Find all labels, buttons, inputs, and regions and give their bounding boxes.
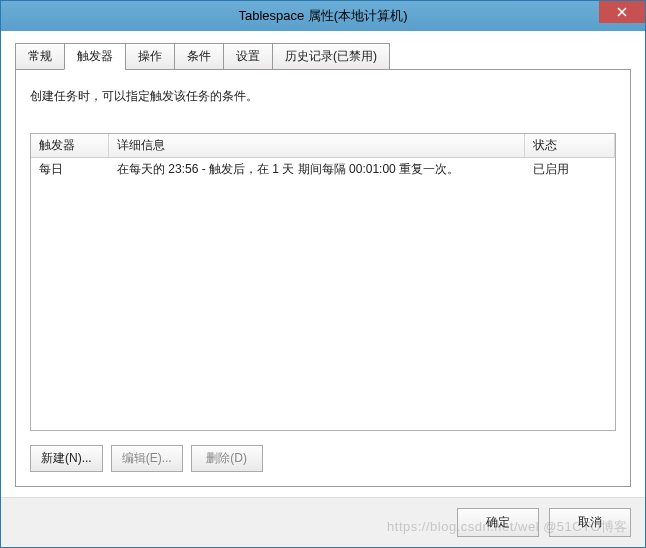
tab-page: 创建任务时，可以指定触发该任务的条件。 触发器 详细信息 状态 每日 在每天的 … (15, 69, 631, 487)
tabs: 常规 触发器 操作 条件 设置 历史记录(已禁用) (15, 43, 631, 70)
cell-status: 已启用 (525, 158, 615, 181)
cell-detail: 在每天的 23:56 - 触发后，在 1 天 期间每隔 00:01:00 重复一… (109, 158, 525, 181)
window-close-button[interactable] (599, 1, 645, 23)
trigger-list[interactable]: 触发器 详细信息 状态 每日 在每天的 23:56 - 触发后，在 1 天 期间… (30, 133, 616, 431)
page-description: 创建任务时，可以指定触发该任务的条件。 (30, 88, 616, 105)
action-row: 新建(N)... 编辑(E)... 删除(D) (30, 445, 616, 472)
col-header-trigger[interactable]: 触发器 (31, 134, 109, 157)
tab-history[interactable]: 历史记录(已禁用) (272, 43, 390, 70)
properties-window: Tablespace 属性(本地计算机) 常规 触发器 操作 条件 设置 历史记… (0, 0, 646, 548)
cell-trigger: 每日 (31, 158, 109, 181)
close-icon (617, 5, 627, 20)
ok-button[interactable]: 确定 (457, 508, 539, 537)
list-body: 每日 在每天的 23:56 - 触发后，在 1 天 期间每隔 00:01:00 … (31, 158, 615, 430)
tab-conditions[interactable]: 条件 (174, 43, 224, 70)
delete-button[interactable]: 删除(D) (191, 445, 263, 472)
list-row[interactable]: 每日 在每天的 23:56 - 触发后，在 1 天 期间每隔 00:01:00 … (31, 158, 615, 181)
tab-general[interactable]: 常规 (15, 43, 65, 70)
list-header: 触发器 详细信息 状态 (31, 134, 615, 158)
titlebar: Tablespace 属性(本地计算机) (1, 1, 645, 31)
new-button[interactable]: 新建(N)... (30, 445, 103, 472)
window-title: Tablespace 属性(本地计算机) (238, 7, 407, 25)
edit-button[interactable]: 编辑(E)... (111, 445, 183, 472)
tab-settings[interactable]: 设置 (223, 43, 273, 70)
dialog-footer: 确定 取消 (1, 497, 645, 547)
client-area: 常规 触发器 操作 条件 设置 历史记录(已禁用) 创建任务时，可以指定触发该任… (1, 31, 645, 497)
tab-triggers[interactable]: 触发器 (64, 43, 126, 70)
tab-actions[interactable]: 操作 (125, 43, 175, 70)
cancel-button[interactable]: 取消 (549, 508, 631, 537)
col-header-status[interactable]: 状态 (525, 134, 615, 157)
col-header-detail[interactable]: 详细信息 (109, 134, 525, 157)
